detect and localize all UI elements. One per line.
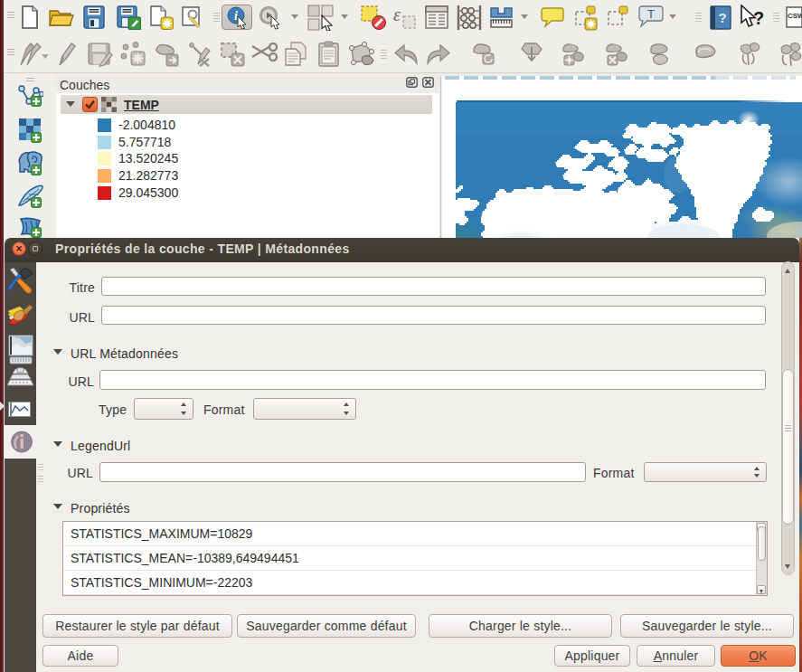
svg-text:T: T: [647, 7, 655, 21]
svg-text:?: ?: [753, 8, 764, 28]
svg-text:?: ?: [718, 10, 726, 25]
svg-text:i: i: [234, 9, 238, 23]
svg-text:CSW: CSW: [788, 12, 802, 20]
svg-text:ε: ε: [393, 5, 401, 24]
